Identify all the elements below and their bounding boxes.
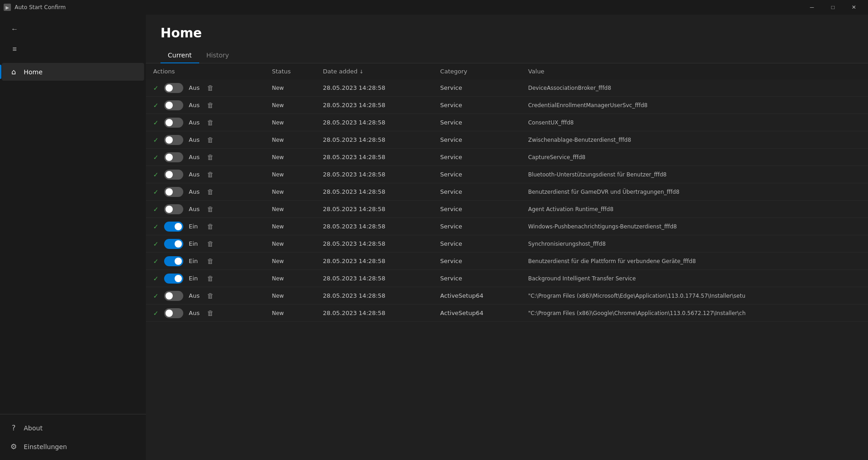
toggle-switch[interactable] [164, 187, 183, 197]
toggle-switch[interactable] [164, 222, 183, 232]
sidebar-item-home[interactable]: ⌂ Home [2, 63, 144, 81]
delete-button[interactable]: 🗑 [204, 290, 217, 301]
tab-history[interactable]: History [199, 48, 237, 63]
delete-button[interactable]: 🗑 [204, 117, 217, 128]
tab-current[interactable]: Current [160, 48, 199, 63]
settings-label: Einstellungen [24, 443, 67, 450]
delete-button[interactable]: 🗑 [204, 221, 217, 232]
toggle-switch[interactable] [164, 118, 183, 128]
toggle-switch[interactable] [164, 256, 183, 266]
delete-button[interactable]: 🗑 [204, 82, 217, 93]
actions-cell: ✓ Ein 🗑 [146, 270, 264, 287]
back-button[interactable]: ← [7, 22, 22, 36]
toggle-switch[interactable] [164, 239, 183, 249]
sidebar-top: ← [0, 18, 146, 40]
sidebar-item-about[interactable]: ? About [2, 419, 144, 437]
app-icon: ▶ [4, 4, 11, 11]
menu-button[interactable]: ≡ [7, 42, 22, 57]
col-date[interactable]: Date added↓ [315, 63, 433, 79]
title-bar-controls: ─ □ ✕ [801, 0, 864, 15]
status-badge: New [272, 171, 284, 178]
toggle-label: Ein [189, 258, 201, 264]
category-cell: Service [433, 253, 521, 270]
value-cell: Benutzerdienst für die Plattform für ver… [521, 253, 868, 270]
sidebar-item-settings[interactable]: ⚙ Einstellungen [2, 438, 144, 455]
category-cell: Service [433, 183, 521, 201]
toggle-label: Aus [189, 292, 201, 299]
delete-button[interactable]: 🗑 [204, 203, 217, 215]
toggle-knob [165, 206, 173, 213]
toggle-knob [165, 154, 173, 161]
delete-button[interactable]: 🗑 [204, 151, 217, 163]
date-cell: 28.05.2023 14:28:58 [315, 201, 433, 218]
status-badge: New [272, 258, 284, 264]
page-header: Home [146, 15, 868, 48]
category-cell: Service [433, 79, 521, 97]
toggle-label: Aus [189, 154, 201, 160]
delete-button[interactable]: 🗑 [204, 307, 217, 319]
actions-cell: ✓ Aus 🗑 [146, 79, 264, 97]
date-cell: 28.05.2023 14:28:58 [315, 149, 433, 166]
check-icon: ✓ [153, 258, 160, 265]
table-row: ✓ Ein 🗑 New28.05.2023 14:28:58ServiceWin… [146, 218, 868, 235]
delete-button[interactable]: 🗑 [204, 99, 217, 111]
toggle-switch[interactable] [164, 135, 183, 145]
toggle-switch[interactable] [164, 308, 183, 318]
sidebar: ← ≡ ⌂ Home ? About ⚙ Einstellungen [0, 15, 146, 460]
maximize-button[interactable]: □ [822, 0, 843, 15]
actions-cell: ✓ Aus 🗑 [146, 201, 264, 218]
category-cell: Service [433, 131, 521, 149]
toggle-switch[interactable] [164, 170, 183, 180]
value-cell: Background Intelligent Transfer Service [521, 270, 868, 287]
table-row: ✓ Aus 🗑 New28.05.2023 14:28:58ServiceBlu… [146, 166, 868, 183]
toggle-knob [165, 171, 173, 178]
toggle-switch[interactable] [164, 83, 183, 93]
check-icon: ✓ [153, 102, 160, 109]
toggle-knob [175, 275, 182, 282]
delete-button[interactable]: 🗑 [204, 169, 217, 180]
actions-cell: ✓ Aus 🗑 [146, 131, 264, 149]
actions-cell: ✓ Aus 🗑 [146, 287, 264, 305]
toggle-switch[interactable] [164, 204, 183, 214]
check-icon: ✓ [153, 275, 160, 282]
toggle-label: Aus [189, 171, 201, 178]
check-icon: ✓ [153, 240, 160, 248]
table-row: ✓ Aus 🗑 New28.05.2023 14:28:58ServiceDev… [146, 79, 868, 97]
status-cell: New [264, 253, 315, 270]
category-cell: ActiveSetup64 [433, 287, 521, 305]
delete-button[interactable]: 🗑 [204, 255, 217, 267]
date-cell: 28.05.2023 14:28:58 [315, 183, 433, 201]
value-cell: DeviceAssociationBroker_fffd8 [521, 79, 868, 97]
toggle-switch[interactable] [164, 274, 183, 284]
date-cell: 28.05.2023 14:28:58 [315, 114, 433, 131]
delete-button[interactable]: 🗑 [204, 273, 217, 284]
value-cell: ConsentUX_fffd8 [521, 114, 868, 131]
toggle-switch[interactable] [164, 100, 183, 110]
date-cell: 28.05.2023 14:28:58 [315, 253, 433, 270]
table-row: ✓ Aus 🗑 New28.05.2023 14:28:58ServiceCap… [146, 149, 868, 166]
category-cell: Service [433, 201, 521, 218]
check-icon: ✓ [153, 136, 160, 144]
toggle-label: Aus [189, 119, 201, 126]
status-badge: New [272, 85, 284, 91]
tabs-bar: Current History [146, 48, 868, 63]
table-container[interactable]: Actions Status Date added↓ Category Valu… [146, 63, 868, 460]
date-cell: 28.05.2023 14:28:58 [315, 270, 433, 287]
status-badge: New [272, 206, 284, 212]
toggle-switch[interactable] [164, 291, 183, 301]
delete-button[interactable]: 🗑 [204, 186, 217, 197]
page-title: Home [160, 26, 853, 41]
minimize-button[interactable]: ─ [801, 0, 822, 15]
col-actions: Actions [146, 63, 264, 79]
delete-button[interactable]: 🗑 [204, 134, 217, 145]
value-cell: Bluetooth-Unterstützungsdienst für Benut… [521, 166, 868, 183]
toggle-label: Ein [189, 240, 201, 247]
col-category: Category [433, 63, 521, 79]
status-badge: New [272, 241, 284, 247]
status-cell: New [264, 114, 315, 131]
toggle-switch[interactable] [164, 152, 183, 162]
close-button[interactable]: ✕ [843, 0, 864, 15]
sidebar-bottom: ? About ⚙ Einstellungen [0, 414, 146, 460]
table-row: ✓ Aus 🗑 New28.05.2023 14:28:58ServiceZwi… [146, 131, 868, 149]
delete-button[interactable]: 🗑 [204, 238, 217, 249]
